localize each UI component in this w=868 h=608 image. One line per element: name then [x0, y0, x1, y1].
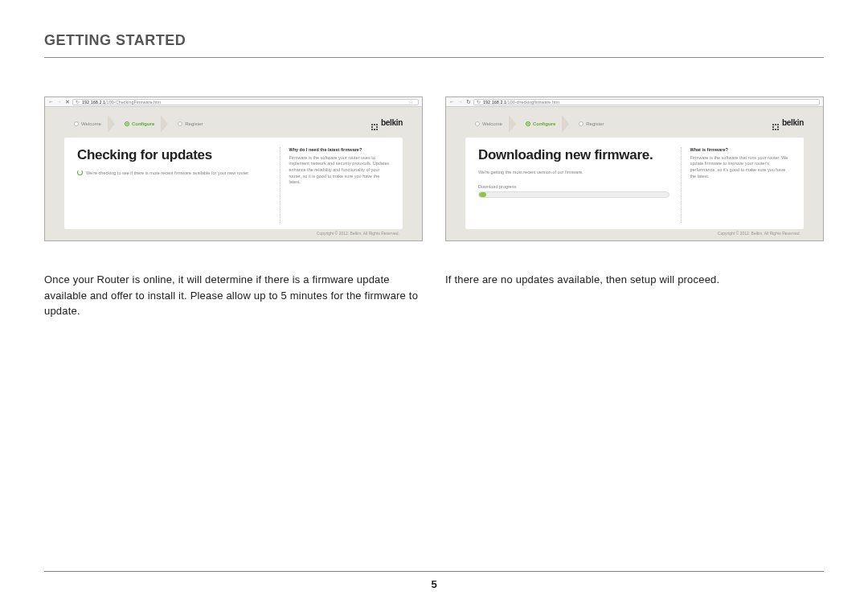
tab-strip: Welcome Configure Register belkin — [465, 115, 804, 133]
forward-icon: → — [56, 99, 62, 105]
right-column: ← → ↻ ↻ 192.168.2.1/100-checkingfirmware… — [445, 97, 824, 319]
section-title: GETTING STARTED — [44, 32, 824, 49]
tab-register: Register — [168, 121, 212, 126]
sidebar-body: Firmware is the software your router use… — [289, 155, 390, 186]
tab-bullet-icon — [74, 121, 79, 126]
url-host: 192.168.2.1 — [82, 100, 105, 105]
left-column: ← → ✕ ↻ 192.168.2.1/100-CheckingFirmware… — [44, 97, 423, 319]
url-path: /100-CheckingFirmware.htm — [105, 100, 161, 105]
panel-heading: Checking for updates — [77, 147, 268, 163]
subtext-text: We're getting the most recent version of… — [478, 170, 583, 175]
bookmark-star-icon: ☆ — [406, 99, 416, 105]
progress-label: Download progress — [478, 184, 669, 189]
screenshot-downloading: ← → ↻ ↻ 192.168.2.1/100-checkingfirmware… — [445, 97, 824, 241]
main-col: Checking for updates We're checking to s… — [77, 147, 268, 223]
tab-bullet-icon — [178, 121, 182, 126]
panel-heading: Downloading new firmware. — [478, 147, 669, 163]
reload-icon: ↻ — [465, 99, 471, 105]
reload-icon: ↻ — [477, 100, 481, 105]
screenshot-footer: Copyright © 2012. Belkin, All Rights Res… — [45, 229, 422, 240]
content-panel: Checking for updates We're checking to s… — [64, 138, 403, 229]
tab-configure: Configure — [115, 121, 164, 126]
stop-icon: ✕ — [64, 99, 70, 105]
url-box: ↻ 192.168.2.1/100-CheckingFirmware.htm ☆ — [72, 99, 419, 105]
tab-welcome: Welcome — [465, 121, 512, 126]
url-box: ↻ 192.168.2.1/100-checkingfirmware.htm — [473, 99, 820, 105]
tab-register: Register — [569, 121, 613, 126]
content-panel: Downloading new firmware. We're getting … — [465, 138, 804, 229]
browser-address-bar: ← → ✕ ↻ 192.168.2.1/100-CheckingFirmware… — [45, 97, 422, 107]
tab-label: Welcome — [81, 121, 101, 126]
url-path: /100-checkingfirmware.htm — [506, 100, 559, 105]
progress-track — [478, 191, 669, 198]
brand-dots-icon — [772, 124, 779, 130]
sidebar-heading: What is firmware? — [690, 147, 791, 154]
sidebar-heading: Why do I need the latest firmware? — [289, 147, 390, 154]
page-number: 5 — [44, 578, 824, 590]
url-host: 192.168.2.1 — [483, 100, 506, 105]
tab-bullet-icon — [526, 121, 530, 126]
tab-label: Configure — [132, 121, 154, 126]
sidebar-body: Firmware is the software that runs your … — [690, 155, 791, 180]
side-col: Why do I need the latest firmware? Firmw… — [280, 147, 390, 223]
right-caption: If there are no updates available, then … — [445, 272, 824, 288]
tab-strip: Welcome Configure Register belkin — [64, 115, 403, 133]
page-footer: 5 — [44, 571, 824, 590]
left-caption: Once your Router is online, it will dete… — [44, 272, 423, 319]
brand-logo: belkin — [772, 118, 804, 130]
side-col: What is firmware? Firmware is the softwa… — [681, 147, 791, 223]
tab-strip-wrap: Welcome Configure Register belkin — [45, 107, 422, 133]
brand-dots-icon — [371, 124, 378, 130]
footer-rule — [44, 571, 824, 572]
tab-welcome: Welcome — [64, 121, 111, 126]
screenshot-footer: Copyright © 2012. Belkin, All Rights Res… — [446, 229, 823, 240]
tab-configure: Configure — [516, 121, 565, 126]
progress-fill — [479, 192, 486, 197]
brand-logo: belkin — [371, 118, 403, 130]
back-icon: ← — [449, 99, 455, 105]
tab-bullet-icon — [475, 121, 480, 126]
tab-label: Configure — [533, 121, 555, 126]
browser-address-bar: ← → ↻ ↻ 192.168.2.1/100-checkingfirmware… — [446, 97, 823, 107]
panel-subtext: We're getting the most recent version of… — [478, 170, 669, 175]
subtext-text: We're checking to see if there is more r… — [86, 170, 249, 175]
brand-text: belkin — [381, 118, 403, 127]
screenshot-checking: ← → ✕ ↻ 192.168.2.1/100-CheckingFirmware… — [44, 97, 423, 241]
tab-bullet-icon — [579, 121, 583, 126]
columns: ← → ✕ ↻ 192.168.2.1/100-CheckingFirmware… — [44, 97, 824, 319]
brand-text: belkin — [782, 118, 804, 127]
progress-section: Download progress — [478, 184, 669, 198]
tab-label: Register — [185, 121, 203, 126]
reload-icon: ↻ — [76, 100, 80, 105]
main-col: Downloading new firmware. We're getting … — [478, 147, 669, 223]
back-icon: ← — [48, 99, 54, 105]
tab-strip-wrap: Welcome Configure Register belkin — [446, 107, 823, 133]
tab-bullet-icon — [125, 121, 129, 126]
tab-label: Welcome — [482, 121, 502, 126]
title-rule — [44, 57, 824, 58]
spinner-icon — [77, 170, 83, 175]
panel-subtext: We're checking to see if there is more r… — [77, 170, 268, 175]
tab-label: Register — [586, 121, 604, 126]
forward-icon: → — [457, 99, 463, 105]
